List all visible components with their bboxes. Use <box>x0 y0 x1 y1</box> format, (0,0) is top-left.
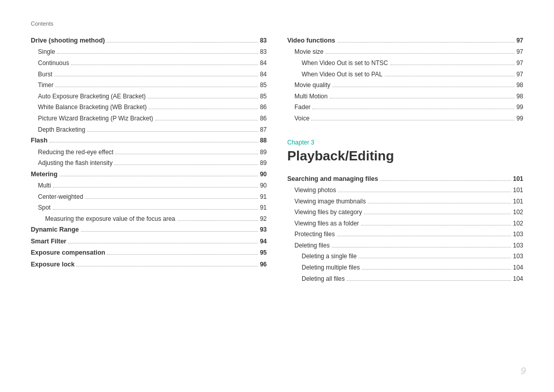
toc-columns: Drive (shooting method)83Single83Continu… <box>31 36 523 285</box>
toc-entry-label: When Video Out is set to NTSC <box>302 58 388 68</box>
toc-dots <box>53 187 258 188</box>
toc-entry: Video functions97 <box>287 36 523 46</box>
toc-entry-label: Multi Motion <box>294 92 328 101</box>
toc-page-number: 91 <box>260 203 267 213</box>
toc-entry-label: Movie quality <box>294 80 330 90</box>
toc-page-number: 86 <box>260 114 267 123</box>
toc-entry: Viewing image thumbnails101 <box>287 197 523 207</box>
toc-dots <box>380 180 511 181</box>
toc-page-number: 89 <box>260 148 267 157</box>
toc-page-number: 99 <box>517 102 523 112</box>
toc-entry: Timer85 <box>31 80 267 90</box>
toc-dots <box>368 203 511 203</box>
toc-entry-label: Auto Exposure Bracketing (AE Bracket) <box>38 92 146 101</box>
toc-page-number: 84 <box>260 70 267 79</box>
toc-entry: White Balance Bracketing (WB Bracket)86 <box>31 102 267 112</box>
toc-entry-label: Deleting multiple files <box>302 263 360 273</box>
toc-page-number: 88 <box>260 136 267 146</box>
toc-dots <box>107 42 258 43</box>
toc-page-number: 85 <box>260 80 267 90</box>
toc-entry-label: Exposure compensation <box>31 248 105 258</box>
toc-entry-label: Single <box>38 47 55 57</box>
toc-page-number: 98 <box>517 80 523 90</box>
toc-page-number: 101 <box>513 197 523 207</box>
toc-entry: Deleting all files104 <box>287 274 523 284</box>
toc-dots <box>347 280 511 281</box>
toc-entry-label: White Balance Bracketing (WB Bracket) <box>38 102 147 112</box>
toc-entry: Spot91 <box>31 203 267 213</box>
toc-dots <box>57 53 258 54</box>
toc-page-number: 97 <box>517 36 523 46</box>
toc-entry-label: Flash <box>31 136 48 146</box>
toc-entry: Viewing files as a folder102 <box>287 219 523 229</box>
toc-page-number: 99 <box>517 114 523 123</box>
toc-dots <box>359 258 511 258</box>
toc-dots <box>53 209 258 210</box>
toc-entry-label: Video functions <box>287 36 335 46</box>
toc-dots <box>338 42 515 43</box>
toc-dots <box>155 120 258 120</box>
toc-entry-label: Viewing image thumbnails <box>294 197 366 207</box>
toc-entry-label: Measuring the exposure value of the focu… <box>45 214 175 224</box>
toc-page-number: 85 <box>260 92 267 101</box>
toc-dots <box>114 164 258 165</box>
toc-entry-label: Continuous <box>38 58 69 68</box>
toc-entry: Measuring the exposure value of the focu… <box>31 214 267 224</box>
toc-entry-label: Picture Wizard Bracketing (P Wiz Bracket… <box>38 114 153 123</box>
toc-page-number: 97 <box>517 70 523 79</box>
toc-entry: When Video Out is set to NTSC97 <box>287 58 523 68</box>
toc-entry-label: Viewing files by category <box>294 208 362 217</box>
toc-entry-label: Viewing photos <box>294 185 336 195</box>
toc-dots <box>87 131 258 132</box>
toc-entry: Exposure lock96 <box>31 260 267 270</box>
toc-entry: Burst84 <box>31 70 267 79</box>
toc-dots <box>60 176 258 176</box>
page-number: 9 <box>521 366 526 377</box>
toc-dots <box>311 120 514 120</box>
toc-entry: Dynamic Range93 <box>31 225 267 235</box>
toc-dots <box>68 243 258 243</box>
toc-entry: Fader99 <box>287 102 523 112</box>
toc-entry: Flash88 <box>31 136 267 146</box>
toc-entry: Viewing files by category102 <box>287 208 523 217</box>
toc-page-number: 93 <box>260 225 267 235</box>
toc-dots <box>76 266 258 266</box>
toc-page-number: 86 <box>260 102 267 112</box>
toc-entry: Multi Motion98 <box>287 92 523 101</box>
toc-dots <box>71 65 258 65</box>
toc-entry: Center-weighted91 <box>31 192 267 202</box>
toc-entry-label: Multi <box>38 181 51 191</box>
toc-dots <box>362 269 511 270</box>
toc-entry: Deleting a single file103 <box>287 252 523 261</box>
toc-entry: Exposure compensation95 <box>31 248 267 258</box>
contents-label: Contents <box>31 20 523 27</box>
toc-entry-label: Timer <box>38 80 53 90</box>
toc-page-number: 94 <box>260 237 267 246</box>
toc-entry: Viewing photos101 <box>287 185 523 195</box>
toc-entry-label: Viewing files as a folder <box>294 219 359 229</box>
toc-entry-label: Movie size <box>294 47 324 57</box>
toc-entry: Movie quality98 <box>287 80 523 90</box>
toc-entry-label: Center-weighted <box>38 192 83 202</box>
toc-dots <box>361 225 511 225</box>
toc-dots <box>385 76 515 76</box>
toc-entry-label: Spot <box>38 203 51 213</box>
toc-dots <box>364 214 511 214</box>
toc-page-number: 89 <box>260 158 267 168</box>
toc-dots <box>54 76 258 76</box>
toc-dots <box>338 192 511 192</box>
toc-page-number: 92 <box>260 214 267 224</box>
toc-page-number: 102 <box>513 208 523 217</box>
toc-page-number: 91 <box>260 192 267 202</box>
toc-entry-label: Protecting files <box>294 230 335 239</box>
toc-entry: Movie size97 <box>287 47 523 57</box>
toc-page-number: 97 <box>517 47 523 57</box>
toc-entry: Searching and managing files101 <box>287 174 523 184</box>
right-column: Video functions97Movie size97When Video … <box>287 36 523 285</box>
toc-page-number: 90 <box>260 170 267 179</box>
toc-dots <box>107 254 258 255</box>
toc-entry-label: Deleting a single file <box>302 252 357 261</box>
toc-page-number: 90 <box>260 181 267 191</box>
toc-entry-label: Drive (shooting method) <box>31 36 105 46</box>
toc-page-number: 83 <box>260 36 267 46</box>
